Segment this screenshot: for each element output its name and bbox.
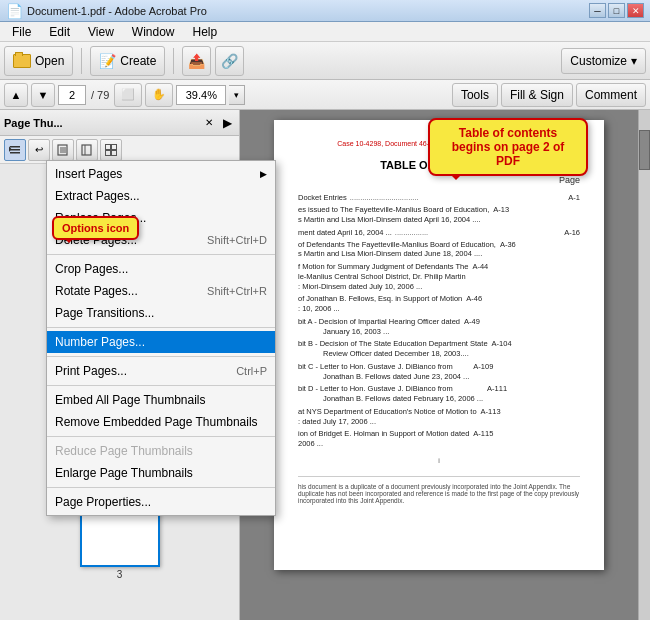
svg-rect-11 (112, 144, 117, 149)
comment-button[interactable]: Comment (576, 83, 646, 107)
options-icon-button[interactable] (4, 139, 26, 161)
toolbar-btn-2[interactable]: 🔗 (215, 46, 244, 76)
toc-text-12: ion of Bridget E. Holman in Support of M… (298, 429, 469, 449)
nav-toolbar: ▲ ▼ / 79 ⬜ ✋ ▾ Tools Fill & Sign Comment (0, 80, 650, 110)
cm-rotate-shortcut: Shift+Ctrl+R (207, 285, 267, 297)
toc-text-11: at NYS Department of Education's Notice … (298, 407, 477, 427)
cm-reduce-thumbnails: Reduce Page Thumbnails (47, 440, 275, 462)
fit-page-button[interactable]: ⬜ (114, 83, 142, 107)
cm-print-pages[interactable]: Print Pages... Ctrl+P (47, 360, 275, 382)
cm-page-transitions-label: Page Transitions... (55, 306, 154, 320)
window-title: Document-1.pdf - Adobe Acrobat Pro (27, 5, 589, 17)
toolbar-btn-1[interactable]: 📤 (182, 46, 211, 76)
toc-text-2: es issued to The Fayetteville-Manlius Bo… (298, 205, 489, 225)
svg-rect-8 (82, 145, 91, 155)
page-down-button[interactable]: ▼ (31, 83, 55, 107)
cm-extract-pages-label: Extract Pages... (55, 189, 140, 203)
toc-dots-1: ................................. (350, 193, 566, 202)
cm-reduce-thumbnails-label: Reduce Page Thumbnails (55, 444, 193, 458)
cm-sep-4 (47, 385, 275, 386)
cm-sep-3 (47, 356, 275, 357)
customize-arrow: ▾ (631, 54, 637, 68)
toc-text-7: bit A - Decision of Impartial Hearing Of… (298, 317, 460, 337)
tools-label: Tools (461, 88, 489, 102)
tools-button[interactable]: Tools (452, 83, 498, 107)
panel-close-button[interactable]: ✕ (201, 115, 217, 131)
menu-view[interactable]: View (80, 23, 122, 41)
customize-button[interactable]: Customize ▾ (561, 48, 646, 74)
cm-crop-pages[interactable]: Crop Pages... (47, 258, 275, 280)
fill-sign-button[interactable]: Fill & Sign (501, 83, 573, 107)
cm-sep-5 (47, 436, 275, 437)
toc-entry-9: bit C - Letter to Hon. Gustave J. DiBian… (298, 362, 580, 382)
toc-entry-12: ion of Bridget E. Holman in Support of M… (298, 429, 580, 449)
toc-page-10: A-111 (487, 384, 507, 393)
open-button[interactable]: Open (4, 46, 73, 76)
create-icon: 📝 (99, 53, 116, 69)
menu-help[interactable]: Help (185, 23, 226, 41)
thumb-icon-5 (105, 144, 117, 156)
cm-page-transitions[interactable]: Page Transitions... (47, 302, 275, 324)
thumb-btn-4[interactable] (76, 139, 98, 161)
window-controls: ─ □ ✕ (589, 3, 644, 18)
thumb-btn-5[interactable] (100, 139, 122, 161)
cm-enlarge-thumbnails-label: Enlarge Page Thumbnails (55, 466, 193, 480)
pdf-view-panel: Table of contents begins on page 2 of PD… (240, 110, 638, 620)
cm-page-properties[interactable]: Page Properties... (47, 491, 275, 513)
page-up-button[interactable]: ▲ (4, 83, 28, 107)
toc-text-4: of Defendants The Fayetteville-Manlius B… (298, 240, 496, 260)
zoom-input[interactable] (176, 85, 226, 105)
cm-rotate-pages[interactable]: Rotate Pages... Shift+Ctrl+R (47, 280, 275, 302)
toc-entry-1: Docket Entries .........................… (298, 193, 580, 202)
create-button[interactable]: 📝 Create (90, 46, 165, 76)
pdf-page-footer: i (298, 457, 580, 464)
thumb-icon-4 (81, 144, 93, 156)
panel-header: Page Thu... ✕ ▶ (0, 110, 239, 136)
page-total: / 79 (89, 89, 111, 101)
close-button[interactable]: ✕ (627, 3, 644, 18)
page-number-input[interactable] (58, 85, 86, 105)
toc-text-3: ment dated April 16, 2004 ... (298, 228, 392, 237)
menu-bar: File Edit View Window Help (0, 22, 650, 42)
svg-rect-12 (106, 150, 111, 155)
minimize-button[interactable]: ─ (589, 3, 606, 18)
toc-callout: Table of contents begins on page 2 of PD… (428, 118, 588, 176)
cm-crop-pages-label: Crop Pages... (55, 262, 128, 276)
create-label: Create (120, 54, 156, 68)
app-icon: 📄 (6, 3, 23, 19)
pdf-page-col-header: Page (298, 175, 580, 185)
cm-embed-thumbnails[interactable]: Embed All Page Thumbnails (47, 389, 275, 411)
cm-number-pages[interactable]: Number Pages... (47, 331, 275, 353)
toc-text-6: of Jonathan B. Fellows, Esq. in Support … (298, 294, 462, 314)
scrollbar-thumb[interactable] (639, 130, 650, 170)
zoom-dropdown[interactable]: ▾ (229, 85, 245, 105)
cm-extract-pages[interactable]: Extract Pages... (47, 185, 275, 207)
pdf-page: Case 10-4298, Document 46-2, 02/28/2011,… (274, 120, 604, 570)
thumb-btn-rotate[interactable]: ↩ (28, 139, 50, 161)
menu-file[interactable]: File (4, 23, 39, 41)
pan-button[interactable]: ✋ (145, 83, 173, 107)
send-icon: 📤 (188, 53, 205, 69)
toc-entry-10: bit D - Letter to Hon. Gustave J. DiBian… (298, 384, 580, 404)
thumb-btn-3[interactable] (52, 139, 74, 161)
cm-sep-6 (47, 487, 275, 488)
menu-window[interactable]: Window (124, 23, 183, 41)
menu-edit[interactable]: Edit (41, 23, 78, 41)
cm-remove-thumbnails[interactable]: Remove Embedded Page Thumbnails (47, 411, 275, 433)
svg-rect-2 (10, 152, 20, 154)
options-icon (9, 144, 21, 156)
toc-page-2: A-13 (493, 205, 509, 214)
toc-text-10: bit D - Letter to Hon. Gustave J. DiBian… (298, 384, 483, 404)
toc-entry-7: bit A - Decision of Impartial Hearing Of… (298, 317, 580, 337)
folder-icon (13, 54, 31, 68)
cm-insert-pages[interactable]: Insert Pages ▶ (47, 163, 275, 185)
panel-expand-button[interactable]: ▶ (219, 115, 235, 131)
main-area: Page Thu... ✕ ▶ Options icon ↩ (0, 110, 650, 620)
toc-page-6: A-46 (466, 294, 482, 303)
toc-entry-11: at NYS Department of Education's Notice … (298, 407, 580, 427)
left-panel: Page Thu... ✕ ▶ Options icon ↩ (0, 110, 240, 620)
cm-enlarge-thumbnails[interactable]: Enlarge Page Thumbnails (47, 462, 275, 484)
maximize-button[interactable]: □ (608, 3, 625, 18)
open-label: Open (35, 54, 64, 68)
vertical-scrollbar[interactable] (638, 110, 650, 620)
